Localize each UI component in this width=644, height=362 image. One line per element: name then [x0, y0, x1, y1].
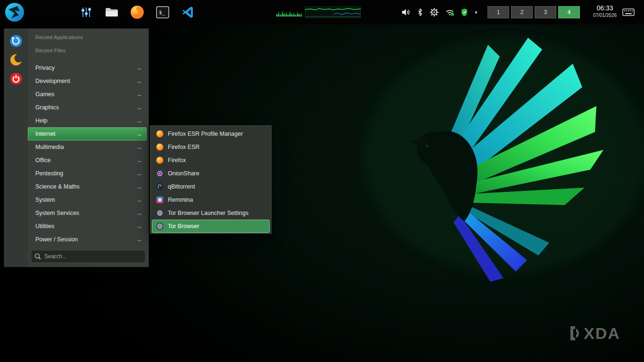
bluetooth-icon[interactable] [417, 8, 423, 16]
menu-items: Recent Applications Recent Files Privacy… [28, 31, 147, 246]
arrow-right-icon: → [136, 236, 142, 243]
category-label: Multimedia [35, 144, 64, 150]
app-item-onionshare[interactable]: OnionShare [152, 167, 270, 180]
arrow-right-icon: → [136, 197, 142, 204]
firefox-icon [156, 143, 164, 151]
file-manager-launcher[interactable] [104, 4, 120, 21]
arrow-right-icon: → [136, 170, 142, 177]
moon-suspend-icon [10, 54, 22, 66]
category-label: System Services [35, 210, 79, 216]
category-utilities[interactable]: Utilities → [28, 220, 147, 233]
tray-expander-chevron-icon[interactable]: ▾ [475, 10, 478, 15]
security-shield-icon[interactable] [461, 8, 468, 16]
applications-menu-button[interactable] [5, 2, 25, 22]
app-label: Tor Browser Launcher Settings [168, 210, 248, 216]
app-label: Remmina [168, 197, 193, 203]
onionshare-icon [156, 170, 164, 177]
internet-submenu: Firefox ESR Profile Manager Firefox ESR … [150, 125, 272, 234]
category-system-services[interactable]: System Services → [28, 206, 147, 220]
category-system[interactable]: System → [28, 193, 147, 206]
category-graphics[interactable]: Graphics → [28, 101, 147, 114]
category-science-maths[interactable]: Science & Maths → [28, 180, 147, 193]
recent-files-label: Recent Files [35, 48, 66, 53]
app-item-remmina[interactable]: Remmina [152, 193, 270, 206]
arrow-right-icon: → [136, 117, 142, 124]
app-item-firefox[interactable]: Firefox [152, 154, 270, 167]
app-label: Firefox ESR [168, 144, 199, 150]
workspace-4-button[interactable]: 4 [558, 6, 580, 18]
keyboard-layout-icon[interactable] [622, 8, 635, 18]
xda-logo-mark [569, 325, 581, 341]
firefox-icon [156, 156, 164, 164]
xda-watermark: XDA [569, 325, 620, 341]
category-list: Privacy → Development → Games → Graphics… [28, 61, 147, 246]
audio-mixer-launcher[interactable] [78, 4, 94, 21]
suspend-button[interactable] [10, 54, 22, 66]
power-icon [10, 73, 22, 85]
top-panel: $_ [0, 0, 644, 25]
vscode-icon [182, 6, 195, 19]
category-label: Power / Session [35, 236, 78, 243]
volume-icon[interactable] [402, 8, 410, 16]
category-multimedia[interactable]: Multimedia → [28, 140, 147, 154]
app-item-firefox-esr-profile-manager[interactable]: Firefox ESR Profile Manager [152, 127, 270, 140]
system-monitor-graphs[interactable] [276, 0, 361, 25]
app-label: OnionShare [168, 170, 199, 177]
category-label: Internet [35, 131, 55, 137]
category-pentesting[interactable]: Pentesting → [28, 167, 147, 180]
category-label: Games [35, 91, 54, 98]
category-power-session[interactable]: Power / Session → [28, 233, 147, 246]
qbittorrent-icon [156, 183, 164, 190]
arrow-right-icon: → [136, 78, 142, 85]
firefox-icon [156, 130, 164, 138]
category-label: Development [35, 78, 70, 84]
arrow-right-icon: → [136, 65, 142, 72]
category-label: System [35, 197, 55, 203]
category-internet[interactable]: Internet → [28, 127, 147, 140]
arrow-right-icon: → [136, 157, 142, 164]
settings-gear-icon[interactable] [430, 8, 438, 16]
network-icon[interactable] [446, 9, 454, 16]
workspace-switcher: 1 2 3 4 [487, 6, 580, 18]
panel-launchers: $_ [78, 0, 196, 25]
arrow-right-icon: → [136, 223, 142, 230]
app-label: Firefox [168, 157, 186, 164]
terminal-launcher[interactable]: $_ [155, 4, 171, 21]
workspace-1-button[interactable]: 1 [487, 6, 509, 18]
vscode-launcher[interactable] [180, 4, 196, 21]
cpu-graph [276, 8, 302, 17]
tor-icon [156, 209, 164, 217]
applications-menu: Recent Applications Recent Files Privacy… [4, 28, 149, 267]
category-office[interactable]: Office → [28, 154, 147, 167]
arrow-right-icon: → [136, 210, 142, 217]
arrow-right-icon: → [136, 104, 142, 111]
app-item-firefox-esr[interactable]: Firefox ESR [152, 140, 270, 154]
workspace-2-button[interactable]: 2 [511, 6, 533, 18]
recent-files-item[interactable]: Recent Files [28, 44, 147, 57]
category-help[interactable]: Help → [28, 114, 147, 127]
network-graph [305, 7, 361, 18]
search-icon [34, 253, 41, 260]
remmina-icon [156, 196, 164, 204]
app-label: Tor Browser [168, 223, 199, 230]
app-item-tor-browser-launcher-settings[interactable]: Tor Browser Launcher Settings [152, 206, 270, 220]
shutdown-button[interactable] [10, 73, 22, 85]
category-games[interactable]: Games → [28, 88, 147, 101]
workspace-3-button[interactable]: 3 [535, 6, 556, 18]
clock-widget[interactable]: 06:33 07/01/2026 [585, 4, 625, 18]
search-input[interactable] [32, 251, 145, 262]
app-item-tor-browser[interactable]: Tor Browser [152, 220, 270, 233]
category-development[interactable]: Development → [28, 74, 147, 88]
arrow-right-icon: → [136, 91, 142, 98]
category-privacy[interactable]: Privacy → [28, 61, 147, 74]
app-item-qbittorrent[interactable]: qBittorrent [152, 180, 270, 193]
parrot-logo-icon [5, 2, 25, 22]
firefox-launcher[interactable] [129, 4, 145, 21]
category-label: Help [35, 117, 48, 124]
recent-applications-item[interactable]: Recent Applications [28, 31, 147, 44]
category-label: Science & Maths [35, 183, 80, 190]
category-label: Graphics [35, 104, 59, 111]
category-label: Privacy [35, 65, 55, 71]
logout-button[interactable] [10, 35, 22, 47]
arrow-right-icon: → [136, 131, 142, 138]
